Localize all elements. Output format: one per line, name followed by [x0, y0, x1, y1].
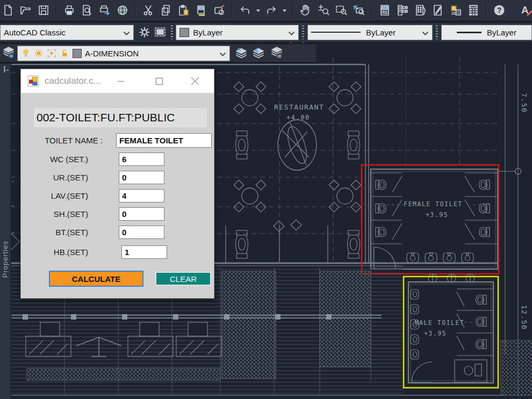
female-toilet-room: FEMALE TOILET +3.95	[371, 169, 498, 269]
zoom-previous-icon[interactable]	[352, 3, 366, 17]
toilet-name-input[interactable]	[116, 133, 212, 148]
layer-color-swatch	[73, 49, 82, 58]
zoom-realtime-icon[interactable]	[317, 3, 330, 17]
chevron-down-icon	[123, 28, 130, 37]
restaurant-label: RESTAURANT	[274, 103, 324, 111]
redo-icon[interactable]	[264, 3, 278, 17]
undo-icon[interactable]	[238, 3, 252, 17]
dim-top-label: 7.50	[520, 93, 528, 113]
male-highlight-box	[404, 277, 498, 388]
svg-text:?: ?	[497, 6, 502, 14]
dialog-header: 002-TOILET:FU.FT:PUBLIC	[34, 108, 207, 127]
lav-label: LAV.(SET)	[21, 191, 88, 200]
male-level-label: +3.95	[424, 330, 447, 337]
help-icon[interactable]: ?	[492, 3, 506, 17]
ur-label: UR.(SET)	[21, 173, 88, 182]
male-toilet-room: MALE TOILET +3.95	[408, 274, 493, 383]
toolbar-grip[interactable]	[302, 25, 304, 39]
print-preview-icon[interactable]	[80, 3, 94, 17]
cut-icon[interactable]	[141, 3, 155, 17]
color-value: ByLayer	[193, 28, 222, 37]
minimize-button[interactable]	[117, 69, 125, 93]
chevron-down-icon	[288, 28, 295, 37]
female-level-label: +3.95	[426, 211, 448, 219]
chevron-down-icon	[422, 28, 429, 37]
maximize-button[interactable]	[154, 69, 164, 93]
open-icon[interactable]	[19, 3, 33, 17]
bt-input[interactable]	[119, 226, 164, 239]
wc-label: WC (SET.)	[21, 155, 88, 164]
layer-manager-icon[interactable]	[270, 46, 284, 60]
layer-properties-manager-icon[interactable]	[2, 46, 16, 60]
clear-button[interactable]: CLEAR	[155, 272, 211, 286]
close-button[interactable]	[189, 69, 201, 93]
zoom-window-icon[interactable]	[334, 3, 348, 17]
new-icon[interactable]	[1, 3, 15, 17]
layer-on-bulb-icon[interactable]	[21, 48, 31, 58]
viewport-freeze-icon[interactable]	[47, 48, 56, 58]
design-center-icon[interactable]	[396, 3, 409, 17]
toilet-name-row: TOILET NAME :	[21, 133, 212, 148]
hb-input[interactable]	[121, 245, 167, 259]
cadculator-dialog: cadculator.c... 002-TOILET:FU.FT:PUBLIC …	[20, 69, 214, 299]
unlock-icon[interactable]	[60, 48, 69, 58]
toolbar-grip[interactable]	[171, 25, 173, 39]
properties-palette-icon[interactable]	[378, 3, 392, 17]
undo-dropdown-icon[interactable]	[256, 3, 261, 17]
female-highlight-box	[362, 165, 499, 274]
lav-input[interactable]	[119, 189, 164, 202]
toolbar-separator	[292, 3, 293, 18]
linetype-dropdown[interactable]: ByLayer	[307, 25, 433, 40]
sh-input[interactable]	[119, 207, 164, 221]
svg-text:A: A	[521, 4, 529, 16]
quick-calc-icon[interactable]	[466, 3, 480, 17]
display-settings-icon[interactable]	[153, 24, 169, 40]
publish-icon[interactable]	[116, 3, 130, 17]
male-toilet-label: MALE TOILET	[415, 319, 465, 327]
markup-set-manager-icon[interactable]	[449, 3, 463, 17]
bt-label: BT.(SET)	[21, 228, 88, 237]
layer-states-icon[interactable]	[234, 46, 248, 60]
sheet-set-manager-icon[interactable]	[431, 3, 445, 17]
toolbar-separator	[371, 3, 372, 18]
hb-row: HB.(SET)	[21, 245, 167, 259]
redo-dropdown-icon[interactable]	[282, 3, 287, 17]
lineweight-value: ByLayer	[487, 28, 516, 37]
sh-row: SH.(SET)	[21, 207, 164, 221]
ur-row: UR.(SET)	[21, 171, 164, 184]
match-properties-icon[interactable]	[195, 3, 209, 17]
layer-previous-icon[interactable]	[251, 46, 265, 60]
color-dropdown[interactable]: ByLayer	[176, 25, 299, 40]
text-style-icon[interactable]: A	[519, 3, 532, 17]
edit-reference-icon[interactable]	[212, 3, 226, 17]
plot-icon[interactable]	[98, 3, 112, 17]
ur-input[interactable]	[119, 171, 164, 184]
layer-dropdown[interactable]: A-DIMENSION	[17, 46, 230, 61]
properties-panel-label: Properties	[1, 241, 9, 278]
toolbar-grip[interactable]	[436, 25, 438, 39]
hb-label: HB.(SET)	[21, 248, 88, 257]
save-icon[interactable]	[37, 3, 51, 17]
lineweight-sample	[457, 32, 481, 33]
pan-icon[interactable]	[299, 3, 313, 17]
linetype-sample	[311, 32, 361, 33]
copy-icon[interactable]	[159, 3, 173, 17]
print-icon[interactable]	[62, 3, 76, 17]
layer-thaw-sun-icon[interactable]	[34, 48, 44, 58]
workspace-dropdown[interactable]: AutoCAD Classic	[0, 25, 134, 40]
workspace-value: AutoCAD Classic	[4, 28, 66, 37]
lineweight-dropdown[interactable]: ByLayer	[441, 25, 532, 40]
dialog-title: cadculator.c...	[45, 76, 101, 86]
paste-icon[interactable]	[177, 3, 191, 17]
workspace-settings-icon[interactable]	[136, 24, 153, 40]
toolbar-separator	[135, 3, 136, 18]
tool-palettes-icon[interactable]	[413, 3, 427, 17]
viewport-control-label[interactable]: I-	[3, 64, 9, 75]
lav-row: LAV.(SET)	[21, 189, 164, 202]
wc-row: WC (SET.)	[21, 153, 164, 166]
properties-panel-tab[interactable]: Properties	[0, 63, 11, 399]
standard-toolbar: ? A	[0, 0, 532, 20]
wc-input[interactable]	[119, 153, 164, 166]
linetype-value: ByLayer	[366, 28, 396, 37]
calculate-button[interactable]: CALCULATE	[49, 271, 143, 287]
